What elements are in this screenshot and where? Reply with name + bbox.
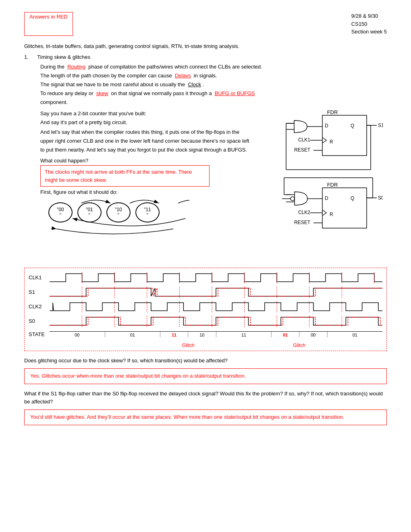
clk2-label: CLK2 xyxy=(29,303,50,310)
s0-wave xyxy=(50,316,382,327)
r2-label: R xyxy=(330,212,333,217)
para1: Say you have a 2-bit counter that you've… xyxy=(40,109,254,118)
question1: Does glitching occur due to the clock sk… xyxy=(24,357,387,365)
fdr2-label: FDR xyxy=(327,182,338,188)
s0-svg xyxy=(50,316,382,327)
clk1-label: CLK1 xyxy=(29,274,50,281)
state-cell-10: 10 xyxy=(188,332,216,337)
svg-rect-2 xyxy=(322,115,367,156)
state-label: STATE xyxy=(29,331,50,337)
state-cell-01b: 01 xyxy=(272,332,299,337)
state-cell-11a: 11 xyxy=(160,332,188,337)
content-row: Say you have a 2-bit counter that you've… xyxy=(40,109,387,256)
timing-section: CLK1 S1 xyxy=(24,268,387,351)
line1: During the Routing phase of compilation … xyxy=(40,62,387,71)
para3: And let's say that when the compiler rou… xyxy=(40,128,254,154)
reset1-label: RESET xyxy=(294,147,311,153)
body-text-block: During the Routing phase of compilation … xyxy=(40,62,387,107)
clk1-circuit-label: CLK1 xyxy=(298,137,310,143)
figure-out: First, figure out what it should do: xyxy=(40,189,254,195)
s1-wave xyxy=(50,287,382,298)
clock-highlight: Clock xyxy=(188,81,201,87)
state-arrows-svg xyxy=(52,195,189,227)
circuit-diagram: FDR D Q R CLK1 RESET S1 xyxy=(262,109,383,254)
back-arrow-svg xyxy=(48,225,177,241)
clk2-circuit-label: CLK2 xyxy=(298,210,310,215)
intro-text: Glitches, tri-state buffers, data path, … xyxy=(24,43,387,49)
component-line: component. xyxy=(40,98,387,107)
s1-svg xyxy=(50,287,382,298)
s1-timing-label: S1 xyxy=(29,289,50,295)
s0-timing-label: S0 xyxy=(29,318,50,324)
s0-row: S0 xyxy=(29,316,382,327)
clk1-svg xyxy=(50,272,382,283)
state-row: STATE 00 01 11 10 11 01 00 01 xyxy=(29,330,382,339)
clk2-wave xyxy=(50,301,382,312)
clk1-wave xyxy=(50,272,382,283)
glitch-label-2: Glitch xyxy=(272,342,327,348)
what-could: What could happen? xyxy=(40,158,254,164)
state-cells: 00 01 11 10 11 01 00 01 xyxy=(50,331,382,337)
d2-label: D xyxy=(325,195,328,201)
s1-row: S1 xyxy=(29,287,382,298)
s1-label: S1 xyxy=(378,123,383,128)
clk2-svg xyxy=(50,301,382,312)
fdr1-label: FDR xyxy=(327,109,338,115)
routing-highlight: Routing xyxy=(67,64,85,70)
line3: The signal that we have to be most caref… xyxy=(40,80,387,89)
bufg-highlight: BUFG or BUFGS xyxy=(215,90,255,96)
r1-label: R xyxy=(330,139,333,145)
question2: What if the S1 flip-flop rather than the… xyxy=(24,390,387,407)
glitch-labels-row: Glitch Glitch xyxy=(50,342,382,348)
arrow-area xyxy=(48,225,254,242)
state-cell-01c: 01 xyxy=(328,332,383,337)
q2-label: Q xyxy=(351,195,354,201)
clk2-row: CLK2 xyxy=(29,301,382,312)
section-title: 1. Timing skew & glitches xyxy=(24,54,387,60)
clock-skew-answer-box: The clocks might not arrive at both FFs … xyxy=(40,165,210,187)
d1-label: D xyxy=(325,123,328,129)
delays-highlight: Delays xyxy=(175,73,191,79)
reset2-label: RESET xyxy=(294,220,311,225)
answer1-box: Yes. Glitches occur when more than one s… xyxy=(24,368,387,384)
date-info: 9/28 & 9/30 CS150 Section week 5 xyxy=(351,12,387,36)
svg-point-13 xyxy=(291,197,295,201)
line4: To reduce any delay or skew on that sign… xyxy=(40,89,387,98)
q1-label: Q xyxy=(351,123,354,129)
line2: The length of the path chosen by the com… xyxy=(40,71,387,80)
skew-highlight: skew xyxy=(96,90,108,96)
state-cell-11b: 11 xyxy=(216,332,272,337)
svg-rect-9 xyxy=(322,188,367,228)
clk1-row: CLK1 xyxy=(29,272,382,283)
answers-box: Answers in RED xyxy=(24,12,73,36)
glitch-label-1: Glitch xyxy=(160,342,216,348)
state-cell-00b: 00 xyxy=(299,332,327,337)
para2: And say it's part of a pretty big circui… xyxy=(40,118,254,127)
text-col: Say you have a 2-bit counter that you've… xyxy=(40,109,254,256)
circuit-col: FDR D Q R CLK1 RESET S1 xyxy=(262,109,387,256)
state-cell-01a: 01 xyxy=(105,332,161,337)
s0-label: S0 xyxy=(378,195,383,201)
header: Answers in RED 9/28 & 9/30 CS150 Section… xyxy=(24,12,387,36)
state-cell-00: 00 xyxy=(50,332,105,337)
state-machine: "00 " "01 " "10 " "11 " xyxy=(48,202,254,222)
answer2-box: You’d still have glitches. And they’ll o… xyxy=(24,409,387,425)
